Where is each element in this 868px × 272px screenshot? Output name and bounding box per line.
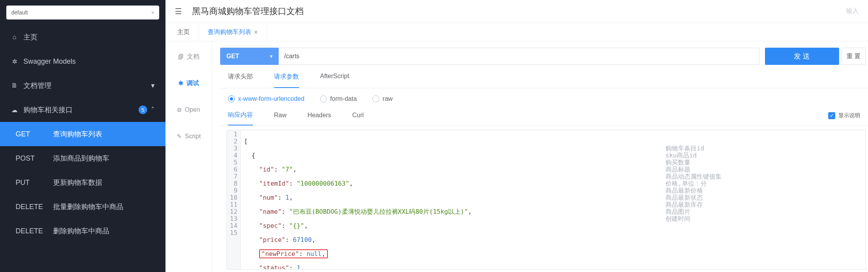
sidebar-item-swagger-models[interactable]: ✲ Swagger Models [0, 49, 165, 73]
sidebar-item-cart-api[interactable]: ☁ 购物车相关接口 5 ˄ [0, 98, 165, 122]
api-method: GET [16, 130, 46, 138]
method-select[interactable]: GET ▾ [220, 48, 279, 65]
api-method: POST [16, 154, 46, 163]
show-description-toggle[interactable]: ✓ 显示说明 [828, 112, 860, 125]
line-gutter: 1 2 3 4 5 6 7 8 9 10 11 12 13 [227, 130, 241, 269]
count-badge: 5 [139, 106, 147, 114]
sidebar-item-label: 主页 [23, 32, 37, 42]
workside-label: 调试 [187, 79, 199, 88]
sidebar-item-label: 购物车相关接口 [23, 105, 73, 115]
paramtab-headers[interactable]: 请求头部 [228, 73, 253, 88]
api-name: 添加商品到购物车 [53, 154, 150, 163]
workside-doc[interactable]: 🗐 文档 [165, 44, 212, 70]
chevron-down-icon: ▾ [151, 81, 155, 90]
header: ☰ 黑马商城购物车管理接口文档 输入 [165, 0, 868, 23]
header-search-placeholder[interactable]: 输入 [846, 7, 859, 15]
response-code[interactable]: 1 2 3 4 5 6 7 8 9 10 11 12 13 [226, 130, 866, 270]
radio-label: x-www-form-urlencoded [238, 95, 304, 102]
chevron-down-icon: ▾ [151, 9, 154, 16]
api-name: 删除购物车中商品 [53, 226, 150, 236]
paramtab-params[interactable]: 请求参数 [274, 73, 299, 88]
method-value: GET [226, 53, 239, 60]
sidebar-item-label: Swagger Models [23, 57, 76, 66]
api-method: DELETE [16, 227, 46, 235]
file-icon: 🗎 [11, 82, 18, 89]
response-area: 1 2 3 4 5 6 7 8 9 10 11 12 13 [220, 126, 868, 272]
sidebar: default ▾ ⌂ 主页 ✲ Swagger Models 🗎 文档管理 ▾… [0, 0, 165, 272]
checkbox-checked-icon: ✓ [828, 112, 835, 119]
param-tabs: 请求头部 请求参数 AfterScript [220, 65, 868, 88]
radio-raw[interactable]: raw [372, 95, 393, 102]
response-tabs: 响应内容 Raw Headers Curl ✓ 显示说明 [220, 109, 868, 126]
gear-icon: ✲ [11, 58, 18, 65]
bug-icon: ✱ [178, 80, 183, 87]
workside-label: 文档 [187, 53, 199, 61]
env-select[interactable]: default ▾ [6, 5, 159, 20]
resptab-headers[interactable]: Headers [308, 112, 331, 125]
api-name: 查询购物车列表 [53, 129, 150, 139]
workside-debug[interactable]: ✱ 调试 [165, 70, 212, 96]
resptab-curl[interactable]: Curl [352, 112, 364, 125]
api-name: 批量删除购物车中商品 [53, 202, 150, 211]
home-icon: ⌂ [11, 34, 18, 41]
body-type-radios: x-www-form-urlencoded form-data raw [220, 88, 868, 109]
sidebar-item-label: 文档管理 [23, 81, 52, 90]
work-side: 🗐 文档 ✱ 调试 ⧉ Open ✎ Script [165, 41, 212, 272]
code-text: [ { "id": "7", "itemId": "100000006163",… [241, 130, 662, 269]
api-method: PUT [16, 179, 46, 187]
show-desc-label: 显示说明 [838, 112, 860, 119]
highlight-newprice: "newPrice": null, [259, 249, 328, 258]
tab-label: 主页 [177, 28, 190, 36]
tab-label: 查询购物车列表 [208, 28, 251, 36]
send-button[interactable]: 发 送 [765, 48, 839, 65]
api-item-get-carts[interactable]: GET 查询购物车列表 [0, 122, 165, 146]
url-input[interactable] [279, 48, 760, 65]
tab-home[interactable]: 主页 [169, 23, 199, 41]
radio-label: form-data [330, 95, 357, 102]
script-icon: ✎ [177, 133, 182, 140]
radio-urlencoded[interactable]: x-www-form-urlencoded [228, 95, 304, 102]
reset-button[interactable]: 重 置 [841, 48, 866, 65]
page-tabs: 主页 查询购物车列表 ✕ [165, 23, 868, 41]
resptab-raw[interactable]: Raw [274, 112, 286, 125]
paramtab-afterscript[interactable]: AfterScript [320, 73, 349, 88]
cloud-icon: ☁ [11, 106, 18, 113]
doc-icon: 🗐 [178, 54, 184, 60]
page-title: 黑马商城购物车管理接口文档 [192, 5, 304, 17]
main: ☰ 黑马商城购物车管理接口文档 输入 主页 查询购物车列表 ✕ 🗐 文档 ✱ [165, 0, 868, 272]
env-select-value: default [11, 9, 28, 16]
radio-label: raw [382, 95, 393, 102]
sidebar-item-docs[interactable]: 🗎 文档管理 ▾ [0, 73, 165, 98]
radio-dot-icon [320, 95, 327, 102]
radio-dot-icon [372, 95, 379, 102]
resptab-content[interactable]: 响应内容 [228, 111, 253, 125]
api-item-delete-one[interactable]: DELETE 删除购物车中商品 [0, 219, 165, 243]
workside-label: Script [185, 133, 201, 140]
tab-cart-list[interactable]: 查询购物车列表 ✕ [199, 23, 267, 41]
description-column: 购物车条目id sku商品id 购买数量 商品标题 商品动态属性键值集 价格,单… [662, 130, 865, 269]
chevron-down-icon: ▾ [270, 54, 272, 59]
radio-formdata[interactable]: form-data [320, 95, 357, 102]
api-item-put-cart[interactable]: PUT 更新购物车数据 [0, 170, 165, 195]
api-item-delete-batch[interactable]: DELETE 批量删除购物车中商品 [0, 195, 165, 219]
workside-script[interactable]: ✎ Script [165, 123, 212, 149]
open-icon: ⧉ [177, 106, 181, 113]
collapse-sidebar-button[interactable]: ☰ [175, 7, 182, 16]
api-name: 更新购物车数据 [53, 178, 150, 187]
workside-label: Open [185, 106, 200, 113]
sidebar-item-home[interactable]: ⌂ 主页 [0, 25, 165, 49]
chevron-up-icon: ˄ [151, 106, 155, 114]
api-item-post-cart[interactable]: POST 添加商品到购物车 [0, 146, 165, 170]
request-row: GET ▾ 发 送 重 置 [220, 48, 868, 65]
api-method: DELETE [16, 203, 46, 211]
radio-dot-icon [228, 95, 235, 102]
close-icon[interactable]: ✕ [254, 29, 258, 35]
workside-open[interactable]: ⧉ Open [165, 97, 212, 123]
